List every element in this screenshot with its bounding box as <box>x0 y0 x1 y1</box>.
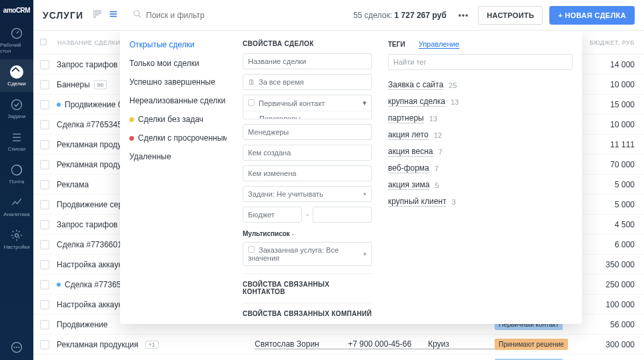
filter-multilist-select[interactable]: Заказанная услуга: Все значения▾ <box>243 242 372 266</box>
svg-rect-8 <box>94 11 95 18</box>
new-deal-button[interactable]: + НОВАЯ СДЕЛКА <box>549 6 635 25</box>
filter-managers-select[interactable]: Менеджеры <box>243 124 372 140</box>
select-all-checkbox[interactable] <box>40 39 47 45</box>
sidebar-item-settings[interactable]: Настройки <box>0 223 33 255</box>
row-checkbox[interactable] <box>40 220 49 229</box>
filter-tags: ТЕГИ Управление Найти тег Заявка с сайта… <box>379 31 582 324</box>
row-checkbox[interactable] <box>40 80 49 89</box>
tags-header: ТЕГИ <box>388 41 405 48</box>
tags-manage-link[interactable]: Управление <box>419 40 459 49</box>
stage-badge: Принимают решение <box>495 339 568 350</box>
filter-budget-from[interactable]: Бюджет <box>243 207 302 223</box>
sidebar-item-dashboard[interactable]: Рабочий стол <box>0 21 33 59</box>
deal-phone[interactable]: +7 900 000-45-66 <box>348 339 428 349</box>
status-dot-icon <box>129 117 134 122</box>
filter-preset[interactable]: Удаленные <box>129 152 227 161</box>
row-checkbox[interactable] <box>40 60 49 69</box>
calendar-icon: 🗓 <box>248 78 255 86</box>
row-checkbox[interactable] <box>40 300 49 309</box>
filter-preset[interactable]: Сделки без задач <box>129 115 227 124</box>
row-checkbox[interactable] <box>40 320 49 329</box>
filter-budget-to[interactable] <box>313 207 372 223</box>
gauge-icon <box>9 26 24 41</box>
deal-name[interactable]: Рекламная продукция+1 <box>57 340 255 349</box>
filter-preset[interactable]: Только мои сделки <box>129 59 227 68</box>
deal-budget: 15 000 <box>581 100 635 109</box>
search-field[interactable] <box>133 9 353 21</box>
row-checkbox[interactable] <box>40 240 49 249</box>
filter-properties: СВОЙСТВА СДЕЛОК Название сделки 🗓За все … <box>236 31 379 324</box>
sidebar-item-mail[interactable]: Почта <box>0 157 33 190</box>
tag-row[interactable]: акция весна7 <box>388 143 573 160</box>
sidebar-item-lists[interactable]: Списки <box>0 125 33 157</box>
tag-row[interactable]: крупная сделка13 <box>388 93 573 110</box>
svg-point-5 <box>14 347 15 348</box>
filter-preset[interactable]: Открытые сделки <box>129 40 227 49</box>
more-tags-badge[interactable]: +1 <box>145 341 159 349</box>
svg-point-1 <box>12 100 22 110</box>
deal-budget: 10 000 <box>581 120 635 129</box>
filter-preset[interactable]: Успешно завершенные <box>129 77 227 87</box>
multilist-label: Мультисписок - <box>243 230 372 237</box>
deal-company[interactable]: Круиз <box>428 339 495 349</box>
row-checkbox[interactable] <box>40 180 49 189</box>
list-view-icon[interactable] <box>109 9 118 21</box>
list-icon <box>9 130 24 145</box>
deal-budget: 10 000 <box>581 80 635 89</box>
row-checkbox[interactable] <box>40 120 49 129</box>
filter-name-input[interactable]: Название сделки <box>243 53 372 69</box>
deal-contact[interactable]: Святослав Зорин <box>255 339 348 349</box>
sidebar: amoCRM Рабочий стол Сделки Задачи Списки… <box>0 0 33 360</box>
chevron-down-icon: ▾ <box>363 99 367 107</box>
more-menu-button[interactable]: ••• <box>459 11 469 20</box>
row-checkbox[interactable] <box>40 160 49 169</box>
row-checkbox[interactable] <box>40 340 49 349</box>
filter-preset[interactable]: Сделки с просроченным... <box>129 133 227 143</box>
row-checkbox[interactable] <box>40 280 49 289</box>
table-row[interactable]: Рекламная продукция+1Святослав Зорин+7 9… <box>33 335 644 355</box>
search-input[interactable] <box>146 11 353 20</box>
filter-stage-select[interactable]: Первичный контакт▾ Переговоры Принимают … <box>243 95 372 119</box>
row-checkbox[interactable] <box>40 200 49 209</box>
sidebar-item-analytics[interactable]: Аналитика <box>0 190 33 223</box>
deal-budget: 5 000 <box>581 180 635 189</box>
logo: amoCRM <box>3 3 30 21</box>
svg-rect-10 <box>99 11 101 14</box>
svg-point-11 <box>134 11 139 16</box>
companies-props-header[interactable]: СВОЙСТВА СВЯЗАННЫХ КОМПАНИЙ <box>243 303 372 317</box>
deal-budget: 250 000 <box>581 280 635 289</box>
sidebar-item-tasks[interactable]: Задачи <box>0 92 33 125</box>
filter-preset[interactable]: Нереализованные сделки <box>129 96 227 105</box>
filter-tasks-select[interactable]: Задачи: Не учитывать▾ <box>243 186 372 202</box>
sidebar-item-deals[interactable]: Сделки <box>0 59 33 92</box>
page-title: УСЛУГИ <box>43 10 83 21</box>
contacts-props-header[interactable]: СВОЙСТВА СВЯЗАННЫХ КОНТАКТОВ <box>243 273 372 295</box>
analytics-icon <box>9 195 24 210</box>
filter-changed-by-select[interactable]: Кем изменена <box>243 165 372 181</box>
row-checkbox[interactable] <box>40 140 49 149</box>
tag-row[interactable]: акция зима5 <box>388 177 573 193</box>
tag-row[interactable]: Заявка с сайта25 <box>388 77 573 93</box>
tag-row[interactable]: веб-форма7 <box>388 160 573 177</box>
deal-tag-pill: ве <box>94 80 107 89</box>
filter-presets: Открытые сделкиТолько мои сделкиУспешно … <box>120 31 236 324</box>
filter-created-by-select[interactable]: Кем создана <box>243 145 372 161</box>
mail-icon <box>9 163 24 177</box>
tag-row[interactable]: партнеры13 <box>388 110 573 127</box>
tag-search-input[interactable]: Найти тег <box>388 54 573 70</box>
check-icon <box>9 97 24 112</box>
deals-icon <box>9 65 24 79</box>
deals-props-header: СВОЙСТВА СДЕЛОК <box>243 40 372 47</box>
customize-button[interactable]: НАСТРОИТЬ <box>478 6 543 25</box>
col-budget[interactable]: БЮДЖЕТ, РУБ <box>581 39 635 46</box>
filter-date-select[interactable]: 🗓За все время <box>243 74 372 90</box>
gear-icon <box>9 228 24 243</box>
row-checkbox[interactable] <box>40 100 49 109</box>
tag-row[interactable]: крупный клиент3 <box>388 193 573 210</box>
status-dot-icon <box>57 283 61 287</box>
tag-row[interactable]: акция лето12 <box>388 127 573 143</box>
row-checkbox[interactable] <box>40 260 49 269</box>
sidebar-item-chat[interactable] <box>0 335 33 360</box>
table-row[interactable]: Запрос тарифовЗаявка с сайтаДмитрий Рома… <box>33 355 644 360</box>
pipeline-view-icon[interactable] <box>93 9 102 21</box>
